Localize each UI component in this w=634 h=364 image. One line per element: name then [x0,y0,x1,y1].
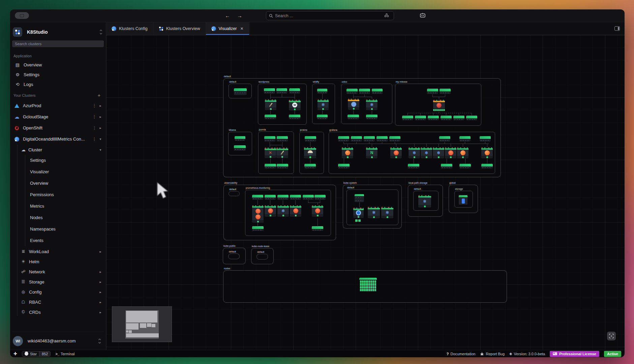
node-mini2[interactable] [355,194,364,202]
node-mini[interactable] [252,195,263,200]
cluster-item-azure[interactable]: AzurProd⋮▸ [12,100,104,111]
cluster-item-do[interactable]: DigitalOceanddlllllMetrics Con...⋮▾ [12,133,104,145]
node-pod[interactable]: ❄ [318,99,329,110]
license-badge[interactable]: Professional License [550,351,599,357]
node-mini[interactable] [277,195,289,200]
tree-item-workload[interactable]: ≣WorkLoad▸ [12,246,104,256]
node-mini[interactable] [338,136,349,142]
cluster-search-input[interactable]: Search clusters [12,40,104,47]
sidebar-item-logs[interactable]: ⟲Logs [12,80,104,89]
tree-item-network[interactable]: ☍Network▸ [12,267,104,277]
namespace-group-kibana[interactable] [228,132,252,155]
close-icon[interactable]: ✕ [240,26,243,31]
node-mini[interactable] [290,195,301,200]
node-mini[interactable] [346,89,358,94]
cluster-item-openshift[interactable]: OpenShift⋮▸ [12,122,104,133]
node-mini[interactable] [408,164,419,169]
chevron-right-icon[interactable]: ▸ [97,270,104,274]
node-mini[interactable] [459,136,471,142]
sidebar-item-overview[interactable]: ▤Overview [12,60,104,70]
node-mini[interactable] [235,136,245,141]
node-mini[interactable] [264,136,275,142]
node-mini[interactable] [440,89,451,94]
chevron-right-icon[interactable]: ▸ [97,126,104,130]
tree-item-settings[interactable]: Settings [12,155,104,166]
node-mini[interactable] [338,164,350,169]
node-pod[interactable]: ❄ [421,147,432,158]
node-mini[interactable] [289,88,300,94]
node-nodegrid[interactable] [359,278,377,292]
node-mini[interactable] [314,195,326,200]
node-pod[interactable]: ❄ [366,99,378,110]
node-bluebar[interactable] [459,195,467,205]
nav-back-button[interactable]: ← [223,12,232,20]
node-pod[interactable] [312,205,323,217]
minimap[interactable] [112,306,172,342]
node-pod[interactable] [276,148,288,158]
tree-item-crds[interactable]: ©CRDs▸ [12,307,104,317]
node-mini[interactable] [317,89,327,94]
namespace-group-default[interactable] [229,191,240,196]
node-mini[interactable] [312,226,323,231]
tree-item-storage[interactable]: ☰Storage▸ [12,277,104,287]
node-redis[interactable] [433,100,445,111]
cluster-item-gcloud[interactable]: ☁GcloudStage⋮▸ [12,111,104,122]
node-mini[interactable] [252,226,264,231]
node-mini[interactable] [415,116,426,120]
node-mini[interactable] [364,136,375,142]
tree-item-metrics[interactable]: Metrics [12,201,104,212]
node-pod[interactable]: ❄ [433,147,444,158]
node-pod[interactable] [353,208,364,218]
node-mini[interactable] [402,116,413,120]
node-pod[interactable]: ❄ [277,205,289,217]
kebab-menu-icon[interactable]: ⋮ [92,125,97,130]
chevron-down-icon[interactable]: ▾ [97,148,104,152]
node-pod[interactable]: ✕ [265,148,276,158]
node-mini[interactable] [359,89,370,94]
account-switcher-icon[interactable] [99,339,100,343]
node-mini[interactable] [372,89,383,94]
node-mini[interactable] [265,195,276,200]
tree-item-overview[interactable]: Overview [12,178,104,189]
tree-item-namespaces[interactable]: Namespaces [12,223,104,235]
tab-klusters-overview[interactable]: Klusters Overview [153,22,206,35]
tree-item-nodes[interactable]: Nodes [12,212,104,223]
panel-toggle-icon[interactable] [614,26,620,31]
node-mini[interactable] [441,116,452,120]
node-pod[interactable]: ❄ [381,207,393,218]
node-mini[interactable] [366,115,378,119]
tree-item-cluster[interactable]: ☁Cluster▾ [12,145,104,155]
node-pod[interactable]: ❄ [368,207,380,218]
cluster-scope-icon[interactable] [384,13,391,19]
node-pod[interactable]: N [366,147,378,158]
version-info[interactable]: ◈ Version: 3.0.0-beta [509,352,545,356]
node-pod[interactable]: ❄ [409,147,420,158]
kebab-menu-icon[interactable]: ⋮ [92,114,97,119]
node-pod[interactable] [348,99,359,110]
add-cluster-button[interactable]: + [98,93,100,98]
node-mini[interactable] [289,115,300,119]
tree-item-rbac[interactable]: ☖RBAC▸ [12,297,104,307]
node-mini[interactable] [234,88,247,95]
chevron-right-icon[interactable]: ▸ [97,250,104,253]
node-mini[interactable] [304,164,316,169]
node-mini[interactable] [303,195,314,200]
chevron-down-icon[interactable]: ▾ [97,137,104,141]
node-pod[interactable] [304,147,316,158]
node-mini[interactable] [427,89,438,94]
brand-switcher-icon[interactable] [100,30,102,34]
node-mini[interactable] [277,136,288,142]
window-mode-button[interactable] [15,12,29,19]
tab-klusters-config[interactable]: Klusters Config [106,22,153,35]
node-mini[interactable] [317,115,328,119]
global-search-input[interactable]: Search ... [266,11,394,20]
node-pod[interactable] [390,147,402,158]
node-mini[interactable] [351,136,362,142]
node-mini[interactable] [265,115,276,119]
kebab-menu-icon[interactable]: ⋮ [92,103,97,108]
fit-view-button[interactable] [607,332,616,340]
node-mini[interactable] [459,164,471,169]
node-mini[interactable] [466,116,477,120]
node-mini[interactable] [481,164,493,169]
node-pod[interactable] [265,99,276,110]
